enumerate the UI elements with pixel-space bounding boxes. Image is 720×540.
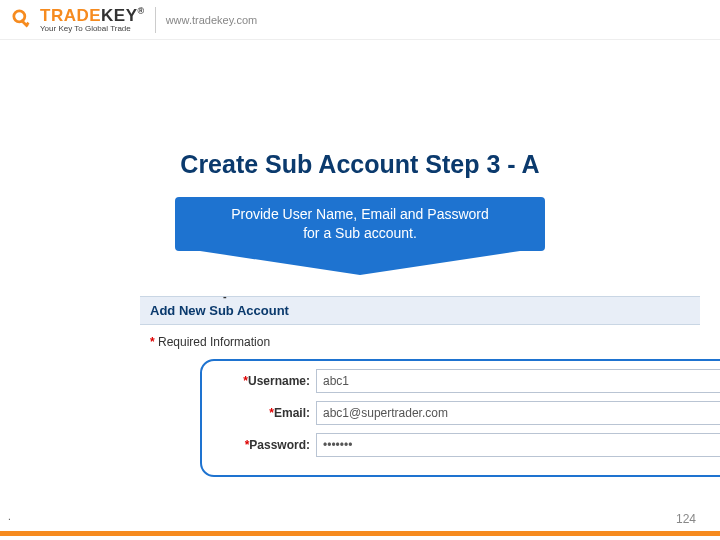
- logo-text-wrap: TRADEKEY® Your Key To Global Trade: [40, 6, 145, 33]
- username-label: *Username:: [212, 374, 316, 388]
- required-text: Required Information: [155, 335, 270, 349]
- footer-dot: .: [8, 511, 11, 522]
- callout-line1: Provide User Name, Email and Password: [189, 205, 531, 224]
- form-tick: -: [223, 290, 227, 302]
- password-input[interactable]: [316, 433, 720, 457]
- form-panel: - Add New Sub Account * Required Informa…: [140, 296, 700, 357]
- logo-key-text: KEY: [101, 6, 137, 25]
- username-input[interactable]: [316, 369, 720, 393]
- callout: Provide User Name, Email and Password fo…: [175, 197, 545, 275]
- header-divider: [155, 7, 156, 33]
- logo-tagline: Your Key To Global Trade: [40, 24, 145, 33]
- logo-trade: TRADE: [40, 6, 101, 25]
- password-row: *Password:: [212, 433, 720, 457]
- password-label: *Password:: [212, 438, 316, 452]
- callout-line2: for a Sub account.: [189, 224, 531, 243]
- email-row: *Email:: [212, 401, 720, 425]
- callout-box: Provide User Name, Email and Password fo…: [175, 197, 545, 251]
- header-url: www.tradekey.com: [166, 14, 258, 26]
- logo-registered: ®: [138, 6, 145, 16]
- slide-title: Create Sub Account Step 3 - A: [0, 150, 720, 179]
- logo-block: TRADEKEY® Your Key To Global Trade: [12, 6, 145, 33]
- email-field[interactable]: [316, 401, 720, 425]
- logo-text: TRADEKEY®: [40, 6, 145, 26]
- required-note: * Required Information: [140, 325, 700, 357]
- bottom-rule: [0, 531, 720, 536]
- page-number: 124: [676, 512, 696, 526]
- slide-header: TRADEKEY® Your Key To Global Trade www.t…: [0, 0, 720, 40]
- key-icon: [12, 9, 34, 31]
- highlight-box: *Username: *Email: *Password:: [200, 359, 720, 477]
- username-row: *Username:: [212, 369, 720, 393]
- callout-arrow-icon: [200, 251, 520, 275]
- email-label: *Email:: [212, 406, 316, 420]
